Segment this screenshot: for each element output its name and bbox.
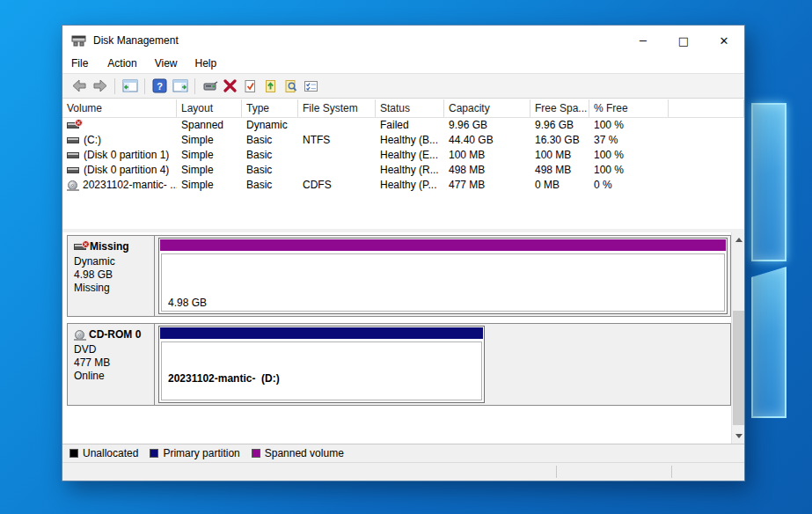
volume-rect-failed[interactable]: 4.98 GB Failed (158, 238, 728, 314)
maximize-button[interactable]: □ (663, 26, 704, 55)
menu-view[interactable]: View (146, 55, 187, 72)
status-bar-separator (671, 466, 672, 478)
cell-pct-free: 0 % (589, 178, 669, 193)
legend-item-primary-partition: Primary partition (150, 447, 239, 459)
disk-type-label: DVD (74, 343, 152, 356)
minimize-button[interactable]: ─ (623, 26, 663, 55)
disk-status-label: Missing (74, 282, 152, 295)
column-header-type[interactable]: Type (242, 99, 298, 117)
scroll-up-button[interactable] (732, 232, 745, 247)
column-header-free-space[interactable]: Free Spa... (530, 99, 589, 117)
disk-descriptor[interactable]: ✕ Missing Dynamic 4.98 GB Missing (68, 236, 155, 316)
menu-bar: File Action View Help (62, 55, 744, 73)
cell-layout: Spanned (177, 118, 242, 133)
wallpaper-window-pane (751, 267, 786, 418)
menu-help[interactable]: Help (187, 55, 226, 72)
column-header-file-system[interactable]: File System (298, 99, 376, 117)
table-row[interactable]: (Disk 0 partition 1) Simple Basic Health… (62, 148, 744, 163)
primary-partition-band (160, 327, 483, 339)
disk-type-label: Dynamic (74, 255, 152, 268)
cell-free-space: 16.30 GB (530, 133, 589, 148)
cell-layout: Simple (177, 163, 242, 178)
cell-capacity: 498 MB (444, 163, 530, 178)
cell-layout: Simple (177, 133, 242, 148)
cell-layout: Simple (177, 178, 242, 193)
spanned-volume-band (160, 239, 726, 251)
scroll-down-button[interactable] (732, 429, 745, 444)
help-icon[interactable]: ? (151, 78, 168, 94)
forward-icon[interactable] (91, 78, 108, 94)
volume-name: (Disk 0 partition 4) (84, 163, 169, 178)
table-row[interactable]: 20231102-mantic- ... Simple Basic CDFS H… (62, 178, 744, 193)
disk-tool-icon[interactable] (201, 78, 218, 94)
disk-error-icon: ✕ (67, 121, 80, 129)
column-header-status[interactable]: Status (376, 99, 444, 117)
disk-size-label: 4.98 GB (74, 268, 152, 282)
cell-capacity: 477 MB (444, 178, 530, 193)
cell-file-system (298, 118, 376, 133)
column-header-capacity[interactable]: Capacity (444, 99, 530, 117)
legend-label: Spanned volume (265, 447, 344, 459)
table-row[interactable]: (C:) Simple Basic NTFS Healthy (B... 44.… (62, 133, 744, 148)
menu-file[interactable]: File (71, 55, 99, 72)
chevron-down-icon (735, 434, 743, 438)
menu-action[interactable]: Action (99, 55, 145, 72)
status-bar-separator (556, 466, 557, 478)
volume-info: 4.98 GB Failed (161, 253, 725, 312)
cell-pct-free: 100 % (589, 148, 669, 163)
disk-icon (67, 166, 80, 174)
disk-row-cdrom[interactable]: CD-ROM 0 DVD 477 MB Online 20231102-mant… (67, 323, 731, 406)
find-file-icon[interactable] (282, 78, 299, 94)
table-row[interactable]: (Disk 0 partition 4) Simple Basic Health… (62, 163, 744, 178)
export-file-icon[interactable] (262, 78, 279, 94)
scrollbar-thumb[interactable] (733, 311, 744, 425)
cell-type: Basic (242, 178, 298, 193)
disk-descriptor[interactable]: CD-ROM 0 DVD 477 MB Online (68, 324, 155, 405)
disk-title: Missing (90, 240, 129, 253)
cd-icon (74, 330, 86, 341)
column-header-blank (669, 99, 744, 117)
table-row[interactable]: ✕ Spanned Dynamic Failed 9.96 GB 9.96 GB… (62, 118, 744, 133)
close-button[interactable]: ✕ (704, 26, 744, 55)
cell-type: Basic (242, 148, 298, 163)
volume-label: 20231102-mantic- (D:) (168, 372, 481, 386)
task-list-icon[interactable] (303, 78, 319, 94)
vertical-scrollbar[interactable] (731, 232, 744, 444)
legend-label: Primary partition (163, 447, 239, 459)
disk-status-label: Online (74, 370, 152, 383)
volume-info: 20231102-mantic- (D:) 477 MB CDFS Health… (161, 341, 482, 400)
toolbar: ? (62, 73, 744, 99)
cell-file-system: CDFS (298, 178, 376, 193)
column-header-layout[interactable]: Layout (177, 99, 242, 117)
cell-file-system: NTFS (298, 133, 376, 148)
cell-pct-free: 100 % (589, 163, 669, 178)
legend-item-unallocated: Unallocated (69, 447, 138, 459)
disk-icon (67, 136, 80, 144)
console-tree-icon[interactable] (121, 78, 138, 94)
graphical-view-pane: ✕ Missing Dynamic 4.98 GB Missing 4.98 G… (62, 232, 744, 444)
disk-row-missing[interactable]: ✕ Missing Dynamic 4.98 GB Missing 4.98 G… (67, 235, 731, 317)
spanned-volume-color-swatch (252, 449, 260, 458)
action-pane-icon[interactable] (172, 78, 188, 94)
cell-type: Dynamic (242, 118, 298, 133)
svg-text:?: ? (157, 81, 163, 92)
disk-title: CD-ROM 0 (89, 328, 141, 341)
volume-name: 20231102-mantic- ... (83, 178, 177, 193)
cell-status: Healthy (E... (376, 148, 444, 163)
cell-type: Basic (242, 163, 298, 178)
cell-pct-free: 37 % (589, 133, 669, 148)
disk-error-icon: ✕ (74, 243, 87, 251)
cell-file-system (298, 163, 376, 178)
column-header-pct-free[interactable]: % Free (589, 99, 669, 117)
cell-capacity: 9.96 GB (444, 118, 530, 133)
back-icon[interactable] (71, 78, 88, 94)
check-document-icon[interactable] (242, 78, 259, 94)
cell-file-system (298, 148, 376, 163)
legend-bar: Unallocated Primary partition Spanned vo… (62, 444, 744, 462)
volume-rect-cdrom[interactable]: 20231102-mantic- (D:) 477 MB CDFS Health… (158, 326, 485, 403)
delete-volume-icon[interactable] (222, 78, 238, 94)
column-header-volume[interactable]: Volume (62, 99, 177, 117)
title-bar[interactable]: Disk Management ─ □ ✕ (62, 26, 744, 55)
cell-layout: Simple (177, 148, 242, 163)
legend-item-spanned-volume: Spanned volume (252, 447, 344, 459)
